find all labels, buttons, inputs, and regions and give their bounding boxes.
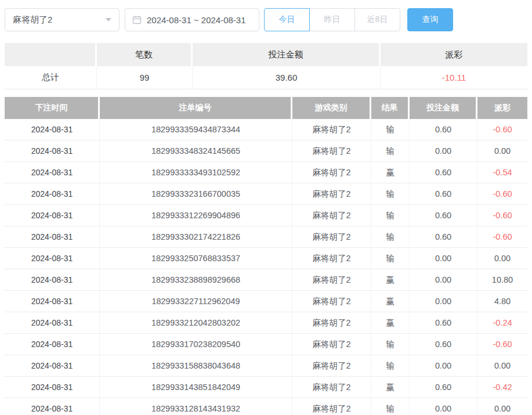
cell-bet-amount: 0.60 (410, 312, 477, 334)
cell-bet-time: 2024-08-31 (5, 377, 100, 398)
header-bet-amount: 投注金额 (410, 97, 477, 119)
calendar-icon (132, 15, 142, 24)
cell-order-id: 1829933323166700035 (100, 183, 292, 205)
cell-order-id: 1829933302174221826 (100, 226, 292, 248)
cell-order-id: 1829933359434873344 (100, 119, 292, 140)
cell-result: 输 (371, 248, 410, 269)
quick-button-yesterday[interactable]: 昨日 (309, 8, 355, 31)
cell-bet-time: 2024-08-31 (5, 183, 100, 205)
cell-game-type: 麻将胡了2 (292, 119, 371, 140)
date-range-value: 2024-08-31 ~ 2024-08-31 (147, 15, 246, 25)
quick-button-today[interactable]: 今日 (264, 8, 310, 31)
table-row: 2024-08-31 1829933348324145665 麻将胡了2 输 0… (5, 140, 527, 162)
cell-result: 赢 (371, 269, 410, 291)
bet-table: 下注时间 注单编号 游戏类别 结果 投注金额 派彩 2024-08-31 182… (5, 97, 527, 415)
summary-header-row: 笔数 投注金额 派彩 (5, 43, 527, 66)
summary-total-amount: 39.60 (193, 66, 381, 89)
cell-order-id: 1829933143851842049 (100, 377, 292, 398)
summary-header-blank (5, 43, 97, 66)
game-select-value: 麻将胡了2 (13, 15, 52, 26)
cell-bet-amount: 0.60 (410, 119, 477, 140)
cell-result: 输 (371, 119, 410, 140)
cell-bet-amount: 0.00 (410, 355, 477, 377)
cell-result: 输 (371, 205, 410, 226)
cell-game-type: 麻将胡了2 (292, 183, 371, 205)
cell-order-id: 1829933158838043648 (100, 355, 292, 377)
table-row: 2024-08-31 1829933170238209540 麻将胡了2 输 0… (5, 334, 527, 355)
cell-payout: -0.60 (477, 183, 527, 205)
cell-payout: 0.00 (477, 248, 527, 269)
cell-order-id: 1829933170238209540 (100, 334, 292, 355)
cell-bet-time: 2024-08-31 (5, 162, 100, 183)
cell-bet-amount: 0.00 (410, 140, 477, 162)
cell-payout: 4.80 (477, 291, 527, 312)
query-button[interactable]: 查询 (407, 8, 453, 31)
cell-bet-time: 2024-08-31 (5, 119, 100, 140)
chevron-down-icon (106, 18, 111, 21)
summary-total-label: 总计 (5, 66, 97, 89)
cell-bet-time: 2024-08-31 (5, 334, 100, 355)
cell-game-type: 麻将胡了2 (292, 312, 371, 334)
cell-bet-amount: 0.60 (410, 162, 477, 183)
cell-result: 输 (371, 334, 410, 355)
cell-order-id: 1829933212042803202 (100, 312, 292, 334)
summary-header-amount: 投注金额 (193, 43, 381, 66)
cell-game-type: 麻将胡了2 (292, 355, 371, 377)
cell-order-id: 1829933333493102592 (100, 162, 292, 183)
header-order-id: 注单编号 (100, 97, 292, 119)
cell-bet-amount: 0.60 (410, 377, 477, 398)
header-game-type: 游戏类别 (292, 97, 371, 119)
table-row: 2024-08-31 1829933143851842049 麻将胡了2 赢 0… (5, 377, 527, 398)
cell-result: 赢 (371, 162, 410, 183)
table-row: 2024-08-31 1829933158838043648 麻将胡了2 输 0… (5, 355, 527, 377)
cell-bet-time: 2024-08-31 (5, 248, 100, 269)
cell-game-type: 麻将胡了2 (292, 334, 371, 355)
header-bet-time: 下注时间 (5, 97, 100, 119)
table-row: 2024-08-31 1829933359434873344 麻将胡了2 输 0… (5, 119, 527, 140)
table-row: 2024-08-31 1829933212042803202 麻将胡了2 赢 0… (5, 312, 527, 334)
cell-game-type: 麻将胡了2 (292, 205, 371, 226)
cell-order-id: 1829933312269904896 (100, 205, 292, 226)
cell-result: 输 (371, 183, 410, 205)
cell-game-type: 麻将胡了2 (292, 269, 371, 291)
cell-order-id: 1829933238898929668 (100, 269, 292, 291)
table-row: 2024-08-31 1829933333493102592 麻将胡了2 赢 0… (5, 162, 527, 183)
cell-bet-time: 2024-08-31 (5, 205, 100, 226)
cell-bet-time: 2024-08-31 (5, 226, 100, 248)
game-select[interactable]: 麻将胡了2 (5, 8, 120, 31)
table-row: 2024-08-31 1829933250768833537 麻将胡了2 输 0… (5, 248, 527, 269)
date-range-picker[interactable]: 2024-08-31 ~ 2024-08-31 (125, 8, 259, 31)
cell-payout: 10.80 (477, 269, 527, 291)
cell-game-type: 麻将胡了2 (292, 248, 371, 269)
summary-total-payout: -10.11 (381, 66, 527, 89)
cell-bet-time: 2024-08-31 (5, 140, 100, 162)
bet-table-header-row: 下注时间 注单编号 游戏类别 结果 投注金额 派彩 (5, 97, 527, 119)
cell-bet-amount: 0.60 (410, 334, 477, 355)
cell-payout: 0.00 (477, 140, 527, 162)
table-row: 2024-08-31 1829933312269904896 麻将胡了2 输 0… (5, 205, 527, 226)
quick-button-last8days[interactable]: 近8日 (354, 8, 400, 31)
cell-result: 赢 (371, 377, 410, 398)
cell-payout: -0.60 (477, 226, 527, 248)
cell-order-id: 1829933227112962049 (100, 291, 292, 312)
cell-payout: -0.42 (477, 377, 527, 398)
quick-range-buttons: 今日 昨日 近8日 (264, 8, 400, 31)
cell-payout: 0.00 (477, 398, 527, 415)
cell-game-type: 麻将胡了2 (292, 291, 371, 312)
cell-order-id: 1829933348324145665 (100, 140, 292, 162)
cell-game-type: 麻将胡了2 (292, 398, 371, 415)
table-row: 2024-08-31 1829933323166700035 麻将胡了2 输 0… (5, 183, 527, 205)
cell-payout: -0.60 (477, 205, 527, 226)
cell-payout: -0.60 (477, 119, 527, 140)
bet-table-body: 2024-08-31 1829933359434873344 麻将胡了2 输 0… (5, 119, 527, 415)
summary-table: 笔数 投注金额 派彩 总计 99 39.60 -10.11 (5, 43, 527, 89)
cell-payout: 0.00 (477, 355, 527, 377)
cell-bet-amount: 0.00 (410, 248, 477, 269)
cell-game-type: 麻将胡了2 (292, 226, 371, 248)
cell-result: 输 (371, 140, 410, 162)
cell-bet-amount: 0.60 (410, 183, 477, 205)
table-row: 2024-08-31 1829933227112962049 麻将胡了2 赢 0… (5, 291, 527, 312)
cell-bet-time: 2024-08-31 (5, 269, 100, 291)
cell-result: 赢 (371, 312, 410, 334)
table-row: 2024-08-31 1829933238898929668 麻将胡了2 赢 0… (5, 269, 527, 291)
